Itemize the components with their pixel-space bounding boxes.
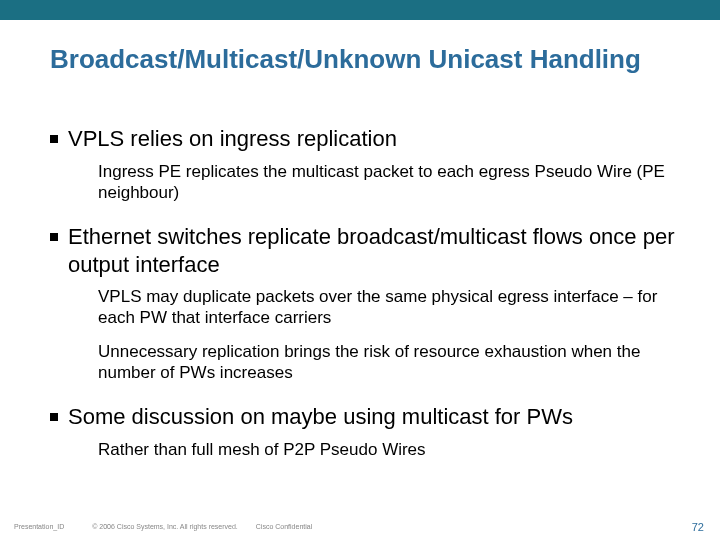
presentation-id: Presentation_ID (14, 523, 64, 530)
bullet-item: Some discussion on maybe using multicast… (50, 403, 690, 431)
bullet-icon (50, 413, 58, 421)
footer: Presentation_ID © 2006 Cisco Systems, In… (0, 523, 720, 530)
slide-title: Broadcast/Multicast/Unknown Unicast Hand… (50, 44, 690, 75)
copyright: © 2006 Cisco Systems, Inc. All rights re… (92, 523, 238, 530)
page-number: 72 (692, 521, 704, 533)
bullet-icon (50, 233, 58, 241)
bullet-text: Ethernet switches replicate broadcast/mu… (68, 223, 690, 278)
bullet-item: VPLS relies on ingress replication (50, 125, 690, 153)
sub-bullet: Unnecessary replication brings the risk … (98, 341, 668, 384)
top-band (0, 0, 720, 20)
bullet-item: Ethernet switches replicate broadcast/mu… (50, 223, 690, 278)
sub-bullet: VPLS may duplicate packets over the same… (98, 286, 668, 329)
slide-content: Broadcast/Multicast/Unknown Unicast Hand… (0, 20, 720, 460)
confidential-label: Cisco Confidential (256, 523, 312, 530)
bullet-text: Some discussion on maybe using multicast… (68, 403, 573, 431)
bullet-text: VPLS relies on ingress replication (68, 125, 397, 153)
sub-bullet: Rather than full mesh of P2P Pseudo Wire… (98, 439, 668, 460)
bullet-icon (50, 135, 58, 143)
sub-bullet: Ingress PE replicates the multicast pack… (98, 161, 668, 204)
